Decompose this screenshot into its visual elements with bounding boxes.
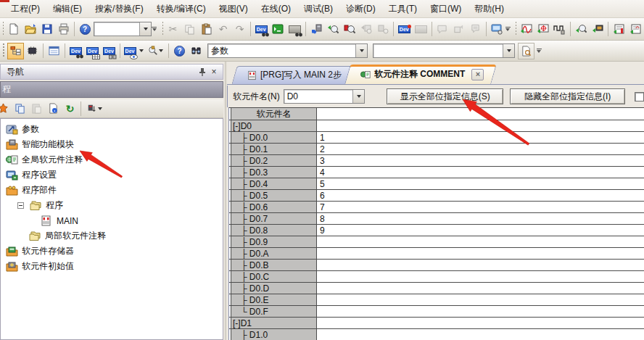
refresh-icon[interactable]: ↻ (62, 100, 78, 117)
tree-item-device-memory[interactable]: 软元件存储器 (1, 244, 223, 259)
tab-close-icon[interactable]: × (471, 69, 484, 80)
tree-item-program-folder[interactable]: 程序 (1, 198, 223, 213)
table-row[interactable]: ├ D0.9 (229, 236, 644, 248)
comment-cell[interactable] (317, 248, 644, 259)
table-row[interactable]: [-]D0 (229, 120, 644, 132)
table-row[interactable]: ├ D0.34 (229, 167, 644, 178)
find-device-icon[interactable] (144, 43, 166, 59)
document-find-icon[interactable] (518, 43, 534, 59)
toolbar-overflow-icon[interactable] (505, 21, 511, 37)
window-selector-dropdown-icon[interactable] (355, 44, 367, 57)
table-row[interactable]: [-]D1 (229, 318, 644, 329)
tab-main-program[interactable]: [PRG]写入 MAIN 2步 (234, 66, 352, 84)
comment-cell[interactable]: 6 (317, 190, 644, 201)
print-icon[interactable] (55, 21, 72, 38)
table-row[interactable]: ├ D0.12 (229, 144, 644, 155)
remote-operation-icon[interactable] (489, 21, 505, 38)
plc-verify-icon[interactable] (324, 21, 341, 38)
table-row[interactable]: ├ D0.E (229, 294, 644, 306)
menu-project[interactable]: 工程(P) (4, 1, 46, 17)
task-list-icon[interactable] (46, 43, 62, 59)
statement-icon[interactable] (467, 21, 484, 38)
toolbar-grip[interactable] (161, 22, 163, 36)
table-row[interactable]: ├ D0.B (229, 260, 644, 271)
tree-item-local-device-comment[interactable]: 局部软元件注释 (1, 228, 223, 244)
copy-icon[interactable] (181, 21, 198, 38)
comment-cell[interactable]: 2 (317, 144, 644, 154)
window-selector-combo[interactable]: 参数 (207, 43, 368, 58)
comment-cell[interactable] (317, 120, 644, 131)
data-transfer-icon[interactable] (450, 21, 467, 38)
comment-cell[interactable]: 3 (317, 155, 644, 166)
device-replace-icon[interactable] (286, 21, 303, 38)
save-project-icon[interactable] (38, 21, 55, 38)
close-panel-icon[interactable]: × (208, 67, 220, 78)
menu-tools[interactable]: 工具(T) (382, 1, 424, 17)
monitor-stop-icon[interactable] (534, 21, 551, 38)
comment-cell[interactable] (317, 271, 644, 282)
comment-cell[interactable]: 1 (317, 132, 644, 143)
new-data-icon[interactable] (0, 100, 12, 117)
tree-item-parameter[interactable]: 参数 (1, 122, 223, 137)
comment-cell[interactable] (317, 283, 644, 294)
menu-help[interactable]: 帮助(H) (468, 1, 511, 17)
pulse-monitor-icon[interactable] (551, 21, 568, 38)
toolbar-grip[interactable] (1, 43, 6, 58)
menu-online[interactable]: 在线(O) (255, 1, 297, 17)
new-project-icon[interactable] (5, 21, 22, 38)
hide-all-bits-button[interactable]: 隐藏全部位指定信息(I) (510, 88, 625, 104)
tree-item-global-device-comment[interactable]: 全局软元件注释 (1, 152, 223, 167)
sort-filter-icon[interactable] (83, 100, 105, 117)
comment-cell[interactable] (317, 294, 644, 305)
secondary-combo-dropdown-icon[interactable] (503, 44, 514, 57)
device-monitor-start-icon[interactable]: Dev (396, 21, 413, 38)
quick-find-dropdown-icon[interactable] (139, 22, 151, 36)
navigation-view-bar[interactable]: 程 (0, 81, 223, 98)
redo-icon[interactable]: ↷ (231, 21, 248, 38)
plc-read-icon[interactable] (341, 21, 358, 38)
device-find-icon[interactable]: Dev (253, 21, 270, 38)
menu-find-replace[interactable]: 搜索/替换(F) (88, 1, 150, 17)
table-row[interactable]: ├ D0.56 (229, 190, 644, 202)
comment-cell[interactable] (317, 260, 644, 270)
plc-compare-icon[interactable] (358, 21, 374, 38)
tree-item-main-program[interactable]: MAIN (1, 213, 223, 228)
table-row[interactable]: ├ D1.0 (229, 329, 644, 340)
pin-icon[interactable] (197, 67, 208, 78)
help-icon-2[interactable]: ? (171, 43, 188, 59)
device-name-combo[interactable]: D0 (284, 89, 366, 104)
cut-icon[interactable]: ✂ (165, 21, 181, 38)
table-row[interactable]: ├ D0.45 (229, 178, 644, 190)
tree-item-device-initial-value[interactable]: 软元件初始值 (1, 259, 223, 274)
menu-edit[interactable]: 编辑(E) (46, 1, 88, 17)
comment-bubble-icon[interactable] (434, 21, 450, 38)
table-row[interactable]: ├ D0.A (229, 248, 644, 260)
quick-find-combo[interactable] (94, 22, 152, 36)
ladder-edit-icon[interactable] (627, 21, 644, 38)
menu-compile[interactable]: 转换/编译(C) (150, 1, 212, 17)
menu-window[interactable]: 窗口(W) (424, 1, 468, 17)
tree-item-pou[interactable]: 程序部件 (1, 183, 223, 198)
secondary-combo[interactable] (373, 43, 515, 58)
navigation-window-icon[interactable] (7, 43, 24, 59)
plc-block-icon[interactable] (374, 21, 391, 38)
monitor-start-icon[interactable] (518, 21, 534, 38)
ladder-monitor-icon[interactable] (611, 21, 627, 38)
plc-write-icon[interactable] (307, 21, 324, 38)
device-grid-icon[interactable]: Dev (84, 43, 101, 59)
comment-cell[interactable]: 9 (317, 225, 644, 236)
device-comment-list-icon[interactable]: Dev (67, 43, 84, 59)
comment-cell[interactable] (317, 318, 644, 328)
comment-cell[interactable]: 8 (317, 213, 644, 224)
device-monitor-stop-icon[interactable] (413, 21, 429, 38)
collapse-expander-icon[interactable] (17, 202, 24, 209)
strip-checkbox[interactable] (635, 92, 644, 101)
table-row[interactable]: ├ D0.89 (229, 225, 644, 236)
table-row[interactable]: ├ D0.23 (229, 155, 644, 167)
table-row[interactable]: └ D0.F (229, 306, 644, 318)
device-name-dropdown-icon[interactable] (352, 90, 364, 103)
data-property-icon[interactable] (45, 100, 62, 117)
table-row[interactable]: ├ D0.D (229, 283, 644, 294)
menu-debug[interactable]: 调试(B) (297, 1, 339, 17)
paste-icon[interactable] (198, 21, 215, 38)
